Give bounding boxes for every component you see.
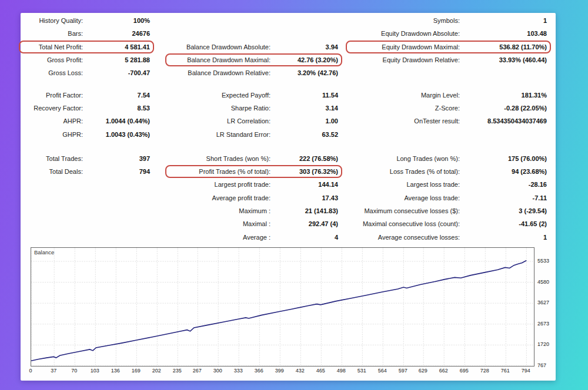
- x-axis-tick-label: 564: [375, 368, 390, 374]
- stat-value: 144.14: [270, 181, 338, 188]
- stat-label: Total Deals:: [24, 168, 83, 175]
- stat-value: 100%: [83, 17, 150, 24]
- stat-label: Equity Drawdown Absolute:: [351, 30, 460, 37]
- x-axis-tick-label: 366: [251, 368, 266, 374]
- y-axis-tick-label: 2673: [537, 321, 561, 327]
- x-axis-tick-label: 597: [395, 368, 410, 374]
- stats-block: Short Trades (won %):222 (76.58%)Profit …: [171, 152, 338, 244]
- stat-row: Maximum consecutive losses ($):3 (-29.54…: [351, 204, 547, 217]
- stat-row: [351, 127, 547, 140]
- stat-row: Maximal :292.47 (4): [171, 217, 338, 230]
- x-axis-tick-label: 728: [477, 368, 492, 374]
- stat-value: -0.28 (22.05%): [460, 105, 547, 112]
- balance-chart-title: Balance: [34, 249, 54, 255]
- stat-row: Balance Drawdown Absolute:3.94: [171, 41, 338, 53]
- stat-label: LR Correlation:: [171, 117, 270, 125]
- stat-label: History Quality:: [24, 17, 83, 24]
- stat-row: Margin Level:181.31%: [351, 88, 547, 101]
- stats-block: Balance Drawdown Absolute:3.94Balance Dr…: [171, 14, 338, 79]
- stat-value: 4 581.41: [83, 43, 150, 51]
- y-axis-tick-label: 3627: [537, 300, 561, 305]
- stat-row: Equity Drawdown Relative:33.93% (460.44): [351, 53, 547, 66]
- stat-label: Maximum :: [171, 207, 270, 214]
- x-axis-labels: 0377010313616920223526730033336639943246…: [21, 368, 556, 377]
- stat-value: 303 (76.32%): [270, 168, 338, 175]
- stat-label: Profit Trades (% of total):: [171, 168, 270, 175]
- x-axis-tick-label: 794: [518, 368, 533, 374]
- stat-label: Loss Trades (% of total):: [351, 168, 460, 175]
- stats-block: Profit Factor:7.54Recovery Factor:8.53AH…: [24, 88, 150, 140]
- stat-label: GHPR:: [24, 131, 83, 138]
- highlighted-stat-row: Profit Trades (% of total):303 (76.32%): [171, 165, 338, 178]
- stat-label: Maximum consecutive losses ($):: [351, 207, 460, 214]
- stat-value: -700.47: [83, 69, 150, 76]
- stat-label: Balance Drawdown Maximal:: [171, 56, 270, 63]
- x-axis-tick-label: 70: [66, 368, 82, 374]
- stats-block: Total Trades:397Total Deals:794: [24, 152, 150, 179]
- stat-label: Largest profit trade:: [171, 181, 270, 188]
- stat-label: Average :: [171, 234, 270, 241]
- stat-row: Maximum :21 (141.83): [171, 204, 338, 217]
- stat-label: Z-Score:: [351, 105, 460, 112]
- stat-row: [171, 14, 338, 27]
- stat-row: LR Standard Error:63.52: [171, 127, 338, 140]
- stat-label: Average consecutive losses:: [351, 234, 460, 241]
- stat-label: Recovery Factor:: [24, 105, 83, 112]
- x-axis-tick-label: 333: [230, 368, 246, 374]
- stat-label: Sharpe Ratio:: [171, 105, 270, 112]
- stat-value: 5 281.88: [83, 56, 150, 63]
- x-axis-tick-label: 465: [313, 368, 328, 374]
- stat-label: Gross Loss:: [24, 69, 83, 76]
- stat-row: Bars:24676: [24, 27, 150, 40]
- stats-block: Expected Payoff:11.54Sharpe Ratio:3.14LR…: [171, 88, 338, 140]
- stat-value: 794: [83, 168, 150, 175]
- stat-row: Gross Loss:-700.47: [24, 66, 150, 79]
- stat-value: -28.16: [460, 181, 547, 188]
- stats-column-right: Symbols:1Equity Drawdown Absolute:103.48…: [351, 13, 547, 244]
- stat-value: 11.54: [270, 92, 338, 99]
- stat-row: Total Trades:397: [24, 152, 150, 165]
- stat-value: 21 (141.83): [270, 207, 338, 214]
- stat-value: 3.20% (42.76): [270, 69, 338, 76]
- stat-label: Profit Factor:: [24, 92, 83, 99]
- x-axis-tick-label: 300: [210, 368, 225, 374]
- stat-label: Equity Drawdown Maximal:: [351, 43, 460, 51]
- stat-label: Margin Level:: [351, 92, 460, 99]
- stats-block: Margin Level:181.31%Z-Score:-0.28 (22.05…: [351, 88, 547, 140]
- x-axis-tick-label: 136: [108, 368, 123, 374]
- stat-row: Equity Drawdown Absolute:103.48: [351, 27, 547, 40]
- stat-row: Sharpe Ratio:3.14: [171, 102, 338, 115]
- stat-value: 103.48: [460, 30, 547, 37]
- stat-value: 8.53: [83, 105, 150, 112]
- stat-value: 181.31%: [460, 92, 547, 99]
- stat-row: [351, 66, 547, 79]
- stat-label: Bars:: [24, 30, 83, 37]
- stat-label: Long Trades (won %):: [351, 155, 460, 162]
- stat-value: 17.43: [270, 194, 338, 201]
- stats-block: History Quality:100%Bars:24676Total Net …: [24, 14, 150, 79]
- stat-row: [171, 27, 338, 40]
- stat-row: Maximal consecutive loss (count):-41.65 …: [351, 217, 547, 230]
- stat-row: Z-Score:-0.28 (22.05%): [351, 102, 547, 115]
- stat-value: 175 (76.00%): [460, 155, 547, 162]
- x-axis-tick-label: 267: [189, 368, 205, 374]
- stat-label: Balance Drawdown Absolute:: [171, 43, 270, 51]
- x-axis-tick-label: 695: [456, 368, 472, 374]
- y-axis-tick-label: 5533: [537, 258, 561, 264]
- stat-row: Largest loss trade:-28.16: [351, 178, 547, 191]
- x-axis-tick-label: 235: [169, 368, 185, 374]
- stat-value: 292.47 (4): [270, 220, 338, 227]
- stat-value: -7.11: [460, 194, 547, 201]
- stat-value: 94 (23.68%): [460, 168, 547, 175]
- stat-value: 397: [83, 155, 150, 162]
- stat-label: AHPR:: [24, 117, 83, 125]
- x-axis-tick-label: 662: [436, 368, 451, 374]
- stat-label: Gross Profit:: [24, 56, 83, 63]
- stat-label: Total Net Profit:: [24, 43, 83, 51]
- stat-value: 1.0044 (0.44%): [83, 117, 150, 125]
- x-axis-tick-label: 432: [292, 368, 308, 374]
- x-axis-tick-label: 629: [415, 368, 430, 374]
- stat-value: 1.0043 (0.43%): [83, 131, 150, 138]
- stat-value: 222 (76.58%): [270, 155, 338, 162]
- balance-chart: [31, 248, 534, 366]
